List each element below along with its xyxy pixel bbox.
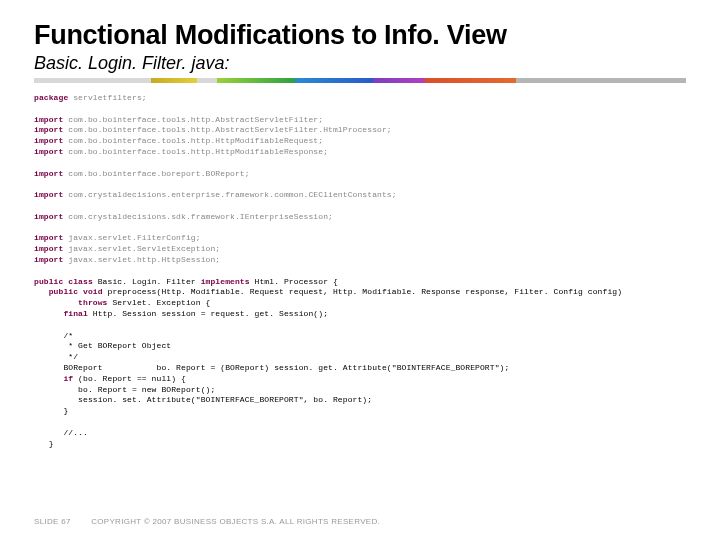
kw-import: import	[34, 255, 63, 264]
kw-if: if	[34, 374, 78, 383]
slide-title: Functional Modifications to Info. View	[34, 20, 686, 51]
kw-public-void: public void	[34, 287, 108, 296]
import-7: com.crystaldecisions.sdk.framework.IEnte…	[63, 212, 333, 221]
kw-throws: throws	[34, 298, 112, 307]
import-4: com.bo.bointerface.tools.http.HttpModifi…	[63, 147, 328, 156]
copyright-text: COPYRIGHT © 2007 BUSINESS OBJECTS S.A. A…	[91, 517, 380, 526]
final-rest: Http. Session session = request. get. Se…	[93, 309, 328, 318]
divider-rainbow	[34, 78, 686, 83]
kw-import: import	[34, 190, 63, 199]
kw-import: import	[34, 115, 63, 124]
code-line-6: }	[34, 439, 54, 448]
kw-import: import	[34, 212, 63, 221]
kw-import: import	[34, 169, 63, 178]
class-rest: Html. Processor {	[250, 277, 338, 286]
code-line-5: //...	[34, 428, 88, 437]
kw-import: import	[34, 233, 63, 242]
kw-import: import	[34, 147, 63, 156]
code-line-3: session. set. Attribute("BOINTERFACE_BOR…	[34, 395, 372, 404]
import-1: com.bo.bointerface.tools.http.AbstractSe…	[63, 115, 323, 124]
import-5: com.bo.bointerface.boreport.BOReport;	[63, 169, 249, 178]
import-2: com.bo.bointerface.tools.http.AbstractSe…	[63, 125, 391, 134]
slide-subtitle: Basic. Login. Filter. java:	[34, 53, 686, 74]
kw-implements: implements	[201, 277, 250, 286]
code-line-1: BOReport bo. Report = (BOReport) session…	[34, 363, 509, 372]
slide-number: SLIDE 67	[34, 517, 71, 526]
method-sig: preprocess(Http. Modifiable. Request req…	[108, 287, 623, 296]
throws-rest: Servlet. Exception {	[112, 298, 210, 307]
kw-public-class: public class	[34, 277, 98, 286]
comment-1: /*	[34, 331, 73, 340]
code-line-2: bo. Report = new BOReport();	[34, 385, 215, 394]
code-block: package servletfilters; import com.bo.bo…	[34, 93, 686, 449]
kw-import: import	[34, 125, 63, 134]
kw-import: import	[34, 244, 63, 253]
code-line-4: }	[34, 406, 68, 415]
slide-footer: SLIDE 67 COPYRIGHT © 2007 BUSINESS OBJEC…	[34, 517, 380, 526]
import-9: javax.servlet.ServletException;	[63, 244, 220, 253]
slide-container: Functional Modifications to Info. View B…	[0, 0, 720, 540]
import-6: com.crystaldecisions.enterprise.framewor…	[63, 190, 396, 199]
import-3: com.bo.bointerface.tools.http.HttpModifi…	[63, 136, 323, 145]
import-8: javax.servlet.FilterConfig;	[63, 233, 200, 242]
comment-3: */	[34, 352, 78, 361]
if-rest: (bo. Report == null) {	[78, 374, 186, 383]
kw-import: import	[34, 136, 63, 145]
comment-2: * Get BOReport Object	[34, 341, 171, 350]
pkg-rest: servletfilters;	[68, 93, 146, 102]
class-name: Basic. Login. Filter	[98, 277, 201, 286]
import-10: javax.servlet.http.HttpSession;	[63, 255, 220, 264]
kw-package: package	[34, 93, 68, 102]
kw-final: final	[34, 309, 93, 318]
